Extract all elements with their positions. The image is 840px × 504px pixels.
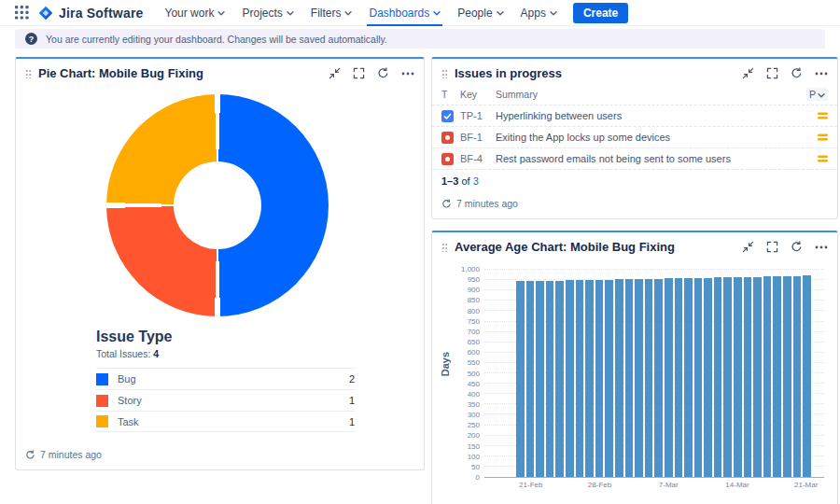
minimize-icon[interactable]	[329, 67, 341, 79]
y-tick-label: 200	[468, 432, 480, 440]
y-tick-label: 550	[468, 359, 480, 367]
more-actions-icon[interactable]	[401, 72, 414, 76]
nav-item-filters[interactable]: Filters	[311, 0, 353, 26]
drag-handle-icon[interactable]	[25, 68, 32, 78]
column-priority-label: P	[809, 89, 816, 100]
legend-label: Bug	[118, 373, 136, 385]
y-tick-label: 450	[468, 381, 480, 388]
column-type[interactable]: T	[441, 89, 460, 100]
y-tick-label: 400	[468, 391, 480, 399]
more-actions-icon[interactable]	[815, 245, 828, 249]
pie-gadget-title: Pie Chart: Mobile Bug Fixing	[38, 66, 329, 80]
create-button[interactable]: Create	[573, 3, 628, 23]
bar	[516, 281, 525, 477]
issue-key-link[interactable]: BF-4	[460, 153, 496, 164]
bar	[734, 277, 742, 477]
y-tick-label: 500	[468, 371, 480, 378]
jira-diamond-icon	[38, 6, 53, 21]
pie-chart[interactable]	[106, 94, 329, 316]
bar	[665, 278, 673, 477]
question-icon: ?	[25, 33, 37, 45]
column-summary[interactable]: Summary	[496, 89, 806, 100]
bar	[526, 281, 535, 477]
bar	[566, 280, 574, 477]
y-tick-label: 650	[468, 339, 480, 346]
bar	[536, 281, 544, 477]
bar	[744, 277, 752, 477]
bar	[675, 278, 683, 477]
y-tick-label: 800	[468, 308, 480, 315]
more-actions-icon[interactable]	[815, 72, 828, 76]
nav-item-label: Apps	[521, 7, 546, 20]
column-priority-sort[interactable]: P	[806, 88, 828, 101]
bar	[723, 277, 732, 477]
x-tick-label: 21-Mar	[794, 481, 818, 489]
y-axis: 0501001502002503003504004505005506006507…	[451, 270, 484, 478]
bar	[763, 276, 772, 477]
issue-row-bf-1: BF-1Exiting the App locks up some device…	[432, 126, 837, 147]
issue-summary-link[interactable]: Exiting the App locks up some devices	[496, 132, 818, 143]
y-tick-label: 600	[468, 349, 480, 357]
bar	[635, 279, 643, 477]
refresh-icon[interactable]	[791, 67, 803, 79]
nav-item-apps[interactable]: Apps	[521, 0, 557, 26]
refresh-small-icon[interactable]	[441, 199, 452, 209]
task-type-icon	[441, 110, 460, 122]
nav-item-people[interactable]: People	[457, 0, 503, 26]
nav-item-label: Projects	[242, 7, 282, 20]
bug-type-icon	[441, 153, 460, 165]
issues-table-body: TP-1Hyperlinking between usersBF-1Exitin…	[432, 105, 837, 169]
bar	[654, 279, 663, 477]
legend-total: Total Issues: 4	[96, 348, 355, 359]
avg-gadget-header: Average Age Chart: Mobile Bug Fixing	[432, 232, 837, 259]
issue-summary-link[interactable]: Rest password emails not being sent to s…	[496, 153, 818, 164]
issue-key-link[interactable]: BF-1	[460, 132, 496, 143]
app-switcher-icon[interactable]	[9, 6, 35, 20]
last-updated: 7 minutes ago	[456, 198, 518, 209]
average-age-gadget: Average Age Chart: Mobile Bug Fixing Day…	[431, 231, 838, 504]
x-tick-label: 28-Feb	[588, 481, 611, 489]
expand-icon[interactable]	[353, 67, 365, 79]
bar	[615, 279, 623, 477]
issues-table-header: T Key Summary P	[432, 85, 837, 105]
expand-icon[interactable]	[766, 67, 778, 79]
refresh-icon[interactable]	[377, 67, 389, 79]
drag-handle-icon[interactable]	[441, 242, 448, 252]
minimize-icon[interactable]	[742, 67, 754, 79]
legend-swatch	[96, 373, 108, 385]
bar	[605, 280, 613, 477]
gadget-actions	[329, 67, 414, 79]
pagination-total-link[interactable]: 3	[473, 175, 479, 187]
nav-item-dashboards[interactable]: Dashboards	[369, 0, 441, 26]
x-tick-label: 7-Mar	[659, 481, 679, 489]
priority-medium-icon	[818, 112, 828, 119]
total-issues-value: 4	[153, 348, 159, 359]
y-tick-label: 700	[468, 329, 480, 336]
refresh-small-icon[interactable]	[25, 450, 35, 460]
bar	[576, 280, 584, 477]
y-tick-label: 750	[468, 318, 480, 326]
bar	[694, 278, 703, 477]
drag-handle-icon[interactable]	[441, 68, 448, 78]
refresh-icon[interactable]	[791, 241, 803, 253]
legend-swatch	[96, 415, 108, 427]
legend-swatch	[96, 395, 108, 407]
expand-icon[interactable]	[766, 241, 778, 253]
y-tick-label: 350	[468, 401, 480, 409]
bug-type-icon	[441, 132, 460, 144]
column-key[interactable]: Key	[460, 89, 496, 100]
pagination: 1–3 of 3	[432, 169, 837, 189]
y-axis-title: Days	[440, 352, 451, 376]
minimize-icon[interactable]	[742, 241, 754, 253]
jira-logo[interactable]: Jira Software	[38, 6, 144, 21]
issue-key-link[interactable]: TP-1	[460, 110, 496, 121]
last-updated: 7 minutes ago	[40, 449, 102, 460]
y-tick-label: 0	[476, 474, 480, 482]
legend-label: Story	[118, 395, 142, 406]
bar	[645, 279, 653, 477]
issues-gadget-footer: 7 minutes ago	[432, 193, 837, 218]
issue-summary-link[interactable]: Hyperlinking between users	[496, 110, 818, 121]
nav-item-your-work[interactable]: Your work	[165, 0, 226, 26]
nav-item-projects[interactable]: Projects	[242, 0, 293, 26]
bar	[704, 278, 712, 477]
